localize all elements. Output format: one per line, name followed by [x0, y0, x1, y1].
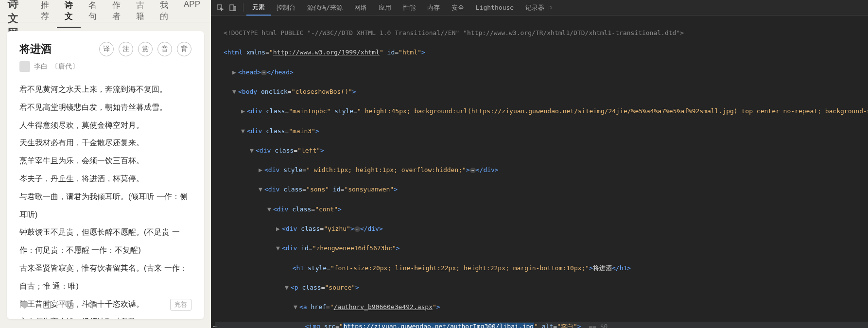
nav-quotes[interactable]: 名句	[81, 0, 104, 28]
ellipsis-icon[interactable]: ⋯	[213, 322, 217, 328]
poem-title: 将进酒	[19, 42, 52, 56]
nav-poems[interactable]: 诗文	[57, 0, 81, 28]
poem-body: 君不见黄河之水天上来，奔流到海不复回。 君不见高堂明镜悲白发，朝如青丝暮成雪。 …	[19, 81, 191, 319]
poem-line: 天生我材必有用，千金散尽还复来。	[19, 134, 191, 152]
speaker-icon[interactable]	[87, 299, 97, 310]
tab-lighthouse[interactable]: Lighthouse	[470, 1, 520, 14]
poem-line: 岑夫子，丹丘生，将进酒，杯莫停。	[19, 170, 191, 188]
doctype: <!DOCTYPE html PUBLIC "-//W3C//DTD XHTML…	[215, 28, 868, 38]
author-row: 李白 〔唐代〕	[19, 61, 191, 72]
poem-line: 与君歌一曲，请君为我倾耳听。(倾耳听 一作：侧耳听)	[19, 188, 191, 224]
tab-elements[interactable]: 元素	[246, 0, 271, 16]
btn-appreciate[interactable]: 赏	[138, 42, 153, 56]
nav-mine[interactable]: 我的	[152, 0, 176, 28]
nav-books[interactable]: 古籍	[128, 0, 152, 28]
poem-line: 君不见黄河之水天上来，奔流到海不复回。	[19, 81, 191, 99]
tab-security[interactable]: 安全	[446, 0, 470, 15]
nav-items: 推荐 诗文 名句 作者 古籍 我的 APP	[33, 0, 208, 28]
tab-console[interactable]: 控制台	[271, 0, 301, 15]
poem-card: 将进酒 译 注 赏 音 背 李白 〔唐代〕 君不见黄河之水天上来，奔流到海不复回…	[7, 31, 204, 319]
poem-line: 古来圣贤皆寂寞，惟有饮者留其名。(古来 一作：自古；惟 通：唯)	[19, 259, 191, 295]
btn-annotate[interactable]: 注	[119, 42, 133, 56]
svg-rect-5	[234, 6, 236, 11]
tab-memory[interactable]: 内存	[421, 0, 446, 15]
nav-authors[interactable]: 作者	[104, 0, 128, 28]
poem-line: 人生得意须尽欢，莫使金樽空对月。	[19, 117, 191, 135]
btn-translate[interactable]: 译	[99, 42, 114, 56]
elements-tree[interactable]: <!DOCTYPE html PUBLIC "-//W3C//DTD XHTML…	[211, 16, 868, 328]
tab-sources[interactable]: 源代码/来源	[301, 0, 348, 15]
nav-recommend[interactable]: 推荐	[33, 0, 57, 28]
btn-recite[interactable]: 背	[177, 42, 191, 56]
poem-line: 烹羊宰牛且为乐，会须一饮三百杯。	[19, 152, 191, 170]
poem-line: 君不见高堂明镜悲白发，朝如青丝暮成雪。	[19, 99, 191, 117]
tab-recorder[interactable]: 记录器 ⚐	[520, 0, 558, 15]
selected-node[interactable]: ⋯ <img src="https://ziyuan.guwendao.net/…	[215, 322, 868, 328]
improve-button[interactable]: 完善	[170, 299, 191, 311]
download-icon[interactable]	[42, 299, 52, 310]
svg-rect-1	[68, 303, 73, 308]
device-icon[interactable]	[227, 2, 238, 13]
tab-application[interactable]: 应用	[373, 0, 397, 15]
svg-rect-4	[230, 5, 234, 11]
tab-performance[interactable]: 性能	[397, 0, 421, 15]
btn-audio[interactable]: 音	[157, 42, 172, 56]
heart-icon[interactable]	[19, 299, 30, 310]
author-name[interactable]: 李白	[34, 62, 48, 71]
card-footer: 完善	[19, 299, 191, 311]
poem-line: 钟鼓馔玉不足贵，但愿长醉不愿醒。(不足贵 一作：何足贵；不愿醒 一作：不复醒)	[19, 224, 191, 259]
copy-icon[interactable]	[64, 299, 75, 310]
devtools-tabs: 元素 控制台 源代码/来源 网络 应用 性能 内存 安全 Lighthouse …	[211, 0, 868, 16]
devtools-pane: 元素 控制台 源代码/来源 网络 应用 性能 内存 安全 Lighthouse …	[211, 0, 868, 328]
poem-line: 主人何为言少钱，径须沽取对君酌。	[19, 313, 191, 319]
author-avatar[interactable]	[19, 61, 30, 72]
nav-app[interactable]: APP	[176, 0, 208, 28]
inspect-icon[interactable]	[215, 2, 226, 13]
dynasty[interactable]: 〔唐代〕	[52, 62, 79, 71]
website-pane: 古诗文网 推荐 诗文 名句 作者 古籍 我的 APP 将进酒 译 注 赏 音 背…	[0, 0, 211, 328]
top-nav: 古诗文网 推荐 诗文 名句 作者 古籍 我的 APP	[0, 0, 211, 22]
svg-rect-2	[66, 301, 71, 307]
tab-network[interactable]: 网络	[348, 0, 373, 15]
circle-buttons: 译 注 赏 音 背	[99, 42, 191, 56]
